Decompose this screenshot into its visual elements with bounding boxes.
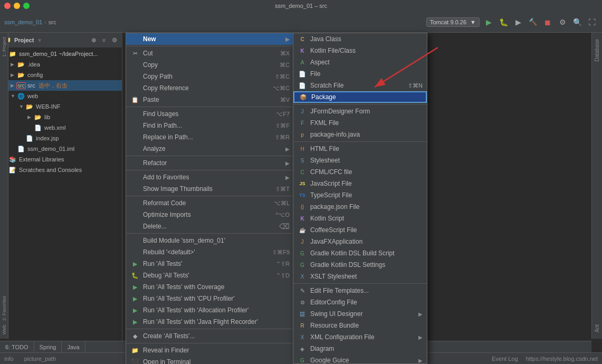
reformat-icon [130,198,140,208]
ctx-item-thumbnails[interactable]: Show Image Thumbnails ⇧⌘T [126,183,294,195]
tomcat-selector[interactable]: Tomcat 9.0.26 ▼ [426,17,480,27]
tree-label-indexjsp: index.jsp [36,135,59,141]
nsm-coffeescript[interactable]: ☕ CoffeeScript File [293,224,427,236]
nsm-typescript[interactable]: TS TypeScript File [293,189,427,201]
ctx-item-debug-tests[interactable]: 🐛 Debug 'All Tests' ⌃⇧D [126,270,294,281]
nsm-javafx[interactable]: J JavaFXApplication [293,236,427,247]
stop-button[interactable]: ◼ [542,16,553,28]
nsm-gradle-build[interactable]: G Gradle Kotlin DSL Build Script [293,247,427,259]
run-button[interactable]: ▶ [483,16,494,28]
ctx-item-run-alloc[interactable]: ▶ Run 'All Tests' with 'Allocation Profi… [126,304,294,316]
build-button[interactable]: 🔨 [527,16,539,28]
run-alloc-icon: ▶ [130,305,140,315]
separator [126,156,294,156]
nsm-google-guice[interactable]: G Google Guice ▶ [293,355,427,364]
nsm-editorconfig[interactable]: ⚙ EditorConfig File [293,296,427,308]
tree-item-root[interactable]: ▼ 📁 ssm_demo_01 ~/IdeaProject... [0,49,122,59]
debug-button[interactable]: 🐛 [498,16,509,28]
nsm-package[interactable]: 📦 Package [293,91,427,103]
ctx-item-run-tests[interactable]: ▶ Run 'All Tests' ⌃⇧R [126,258,294,270]
nsm-aspect[interactable]: A Aspect [293,56,427,68]
ctx-reformat-label: Reformat Code [143,199,263,207]
search-button[interactable]: 🔍 [571,16,583,28]
nsm-fxml[interactable]: F FXML File [293,117,427,129]
ctx-item-copy-path[interactable]: Copy Path ⇧⌘C [126,71,294,82]
ctx-item-cut[interactable]: ✂ Cut ⌘X [126,47,294,59]
maximize-button[interactable] [23,3,30,9]
nsm-xslt[interactable]: X XSLT Stylesheet [293,271,427,282]
tree-item-src[interactable]: ▶ src src 选中，右击 [0,80,122,91]
nsm-gradle-settings[interactable]: G Gradle Kotlin DSL Settings [293,259,427,271]
nsm-file[interactable]: 📄 File [293,68,427,80]
ctx-item-add-favorites[interactable]: Add to Favorites ▶ [126,171,294,183]
ctx-item-open-terminal[interactable]: ⬛ Open in Terminal [126,356,294,364]
ctx-item-refactor[interactable]: Refactor ▶ [126,157,294,169]
side-tool-ant[interactable]: Ant [593,322,601,334]
ctx-item-build-module[interactable]: Build Module 'ssm_demo_01' [126,235,294,246]
ctx-item-run-coverage[interactable]: ▶ Run 'All Tests' with Coverage [126,281,294,293]
tab-spring[interactable]: Spring [34,341,62,353]
nsm-scratch-file[interactable]: 📄 Scratch File ⇧⌘N [293,80,427,91]
tree-item-idea[interactable]: ▶ 📂 .idea [0,59,122,70]
nsm-javascript[interactable]: JS JavaScript File [293,178,427,189]
fullscreen-button[interactable]: ⛶ [586,16,598,28]
nsm-resource-bundle[interactable]: R Resource Bundle [293,320,427,331]
tree-item-scratches[interactable]: ▶ 📝 Scratches and Consoles [0,165,122,175]
gear-icon[interactable]: ⚙ [110,36,119,44]
nsm-kotlin-file[interactable]: K Kotlin File/Class [293,45,427,56]
locate-icon[interactable]: ⊕ [89,36,98,44]
ctx-run-cpu-label: Run 'All Tests' with 'CPU Profiler' [143,295,290,302]
ctx-item-delete[interactable]: Delete... ⌫ [126,221,294,232]
close-button[interactable] [4,3,11,9]
nsm-package-info[interactable]: p package-info.java [293,129,427,140]
left-panel-favorites[interactable]: 2: Favorites [1,294,7,323]
ctx-paste-label: Paste [143,96,270,103]
ctx-item-paste[interactable]: 📋 Paste ⌘V [126,94,294,106]
nsm-cfml[interactable]: C CFML/CFC file [293,166,427,178]
ctx-item-create-tests[interactable]: ◆ Create 'All Tests'... [126,330,294,342]
nsm-edit-templates[interactable]: ✎ Edit File Templates... [293,285,427,296]
tree-item-iml[interactable]: ▶ 📄 ssm_demo_01.iml [0,143,122,154]
left-panel-web[interactable]: Web [1,323,7,337]
nsm-html[interactable]: H HTML File [293,143,427,155]
ctx-item-find-path[interactable]: Find in Path... ⇧⌘F [126,120,294,131]
ctx-item-reveal-finder[interactable]: 📁 Reveal in Finder [126,344,294,356]
tree-item-webinf[interactable]: ▼ 📂 WEB-INF [0,101,122,112]
tree-item-config[interactable]: ▶ 📂 config [0,70,122,80]
nsm-resource-bundle-label: Resource Bundle [310,322,423,329]
tab-java[interactable]: Java [62,341,85,353]
nsm-diagram[interactable]: ◈ Diagram [293,343,427,355]
collapse-icon[interactable]: ≡ [100,36,108,44]
ctx-item-reformat[interactable]: Reformat Code ⌥⌘L [126,197,294,209]
tree-item-webxml[interactable]: ▶ 📄 web.xml [0,122,122,133]
tree-item-ext-libs[interactable]: ▶ 📚 External Libraries [0,154,122,165]
nsm-package-json[interactable]: {} package.json File [293,201,427,213]
ctx-item-copy[interactable]: Copy ⌘C [126,59,294,71]
ctx-item-new[interactable]: New ▶ [126,33,294,45]
settings-button[interactable]: ⚙ [557,16,568,28]
nsm-swing-ui[interactable]: 🖼 Swing UI Designer ▶ [293,308,427,320]
nsm-kotlin-script[interactable]: K Kotlin Script [293,213,427,224]
window-controls[interactable] [4,3,30,9]
minimize-button[interactable] [14,3,20,9]
ctx-item-replace-path[interactable]: Replace in Path... ⇧⌘R [126,131,294,143]
side-tool-database[interactable]: Database [593,37,601,64]
nsm-stylesheet[interactable]: S Stylesheet [293,155,427,166]
ctx-item-find-usages[interactable]: Find Usages ⌥F7 [126,108,294,120]
nsm-jformdesigner[interactable]: J JFormDesigner Form [293,106,427,117]
ctx-item-run-cpu[interactable]: ▶ Run 'All Tests' with 'CPU Profiler' [126,293,294,304]
coverage-button[interactable]: ▶ [512,16,524,28]
nsm-xml-config[interactable]: X XML Configuration File ▶ [293,331,427,343]
ctx-item-run-jfr[interactable]: ▶ Run 'All Tests' with 'Java Flight Reco… [126,316,294,328]
ctx-item-rebuild[interactable]: Rebuild '<default>' ⇧⌘F9 [126,246,294,258]
ctx-item-optimize-imports[interactable]: Optimize Imports ^⌥O [126,209,294,221]
tree-item-indexjsp[interactable]: ▶ 📄 index.jsp [0,133,122,143]
tree-item-web[interactable]: ▼ 🌐 web [0,91,122,101]
left-panel-project[interactable]: 1: Project [1,35,7,59]
tab-todo[interactable]: 6: TODO [0,341,34,353]
ctx-item-copy-ref[interactable]: Copy Reference ⌥⌘C [126,82,294,94]
event-log-label[interactable]: Event Log [492,356,518,362]
nsm-java-class[interactable]: C Java Class [293,33,427,45]
tree-item-lib[interactable]: ▶ 📂 lib [0,112,122,122]
ctx-item-analyze[interactable]: Analyze ▶ [126,143,294,155]
